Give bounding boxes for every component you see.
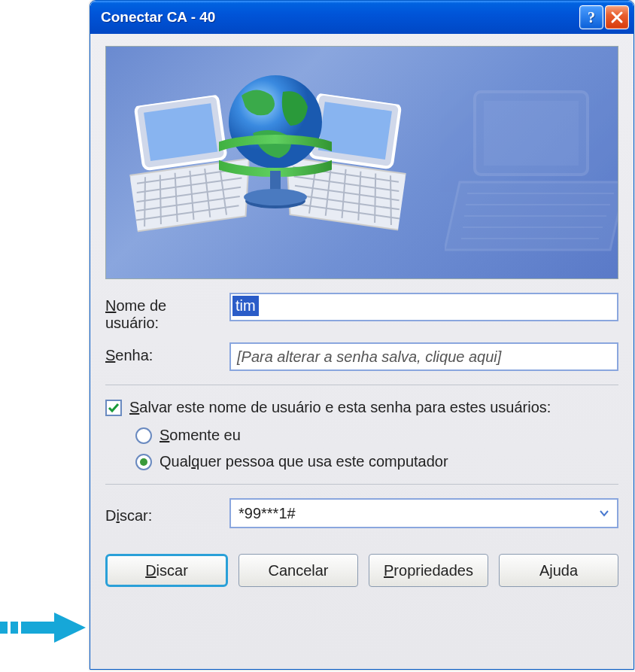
anyone-radio-row: Qualquer pessoa que usa este computador	[135, 453, 618, 470]
only-me-radio-row: Somente eu	[135, 427, 618, 444]
username-row: Nome deusuário: tim	[105, 293, 618, 332]
chevron-down-icon[interactable]	[594, 503, 614, 523]
svg-rect-40	[21, 622, 54, 634]
svg-rect-1	[484, 101, 579, 166]
svg-marker-41	[54, 613, 86, 643]
svg-rect-38	[0, 622, 8, 634]
save-credentials-checkbox-row: Salvar este nome de usuário e esta senha…	[105, 399, 618, 416]
save-credentials-checkbox[interactable]	[105, 400, 122, 416]
arrow-right-icon	[0, 610, 89, 646]
username-label: Nome deusuário:	[105, 293, 229, 332]
help-button[interactable]: Ajuda	[499, 554, 618, 587]
only-me-label: Somente eu	[160, 427, 241, 444]
username-input[interactable]: tim	[229, 293, 618, 321]
anyone-radio[interactable]	[135, 454, 152, 470]
button-row: Discar Cancelar Propriedades Ajuda	[105, 554, 618, 587]
dial-row: Discar: *99***1#	[105, 498, 618, 528]
dialog-content: Nome deusuário: tim Senha: [Para alterar…	[90, 34, 633, 602]
globe-icon	[219, 69, 332, 227]
separator-1	[105, 385, 618, 385]
window-title: Conectar CA - 40	[101, 9, 579, 26]
arrow-annotation	[0, 610, 89, 646]
svg-rect-8	[144, 103, 217, 161]
titlebar-buttons: ?	[579, 5, 629, 29]
anyone-label: Qualquer pessoa que usa este computador	[160, 453, 448, 470]
dialog-window: Conectar CA - 40 ?	[90, 0, 634, 670]
close-icon	[610, 11, 624, 24]
only-me-radio[interactable]	[135, 427, 152, 444]
close-button[interactable]	[605, 5, 629, 29]
separator-2	[105, 484, 618, 485]
save-credentials-label: Salvar este nome de usuário e esta senha…	[129, 399, 551, 416]
user-scope-radio-group: Somente eu Qualquer pessoa que usa este …	[135, 427, 618, 470]
password-label: Senha:	[105, 342, 229, 364]
help-title-button[interactable]: ?	[579, 5, 603, 29]
dial-button[interactable]: Discar	[105, 554, 228, 587]
check-icon	[108, 402, 120, 414]
titlebar: Conectar CA - 40 ?	[90, 1, 633, 34]
dial-label: Discar:	[105, 503, 229, 525]
svg-point-37	[244, 189, 307, 205]
banner-image	[105, 46, 618, 279]
dial-combo[interactable]: *99***1#	[229, 498, 618, 528]
cancel-button[interactable]: Cancelar	[239, 554, 358, 587]
bg-laptop-icon	[445, 77, 618, 272]
password-row: Senha: [Para alterar a senha salva, cliq…	[105, 342, 618, 371]
password-input[interactable]: [Para alterar a senha salva, clique aqui…	[229, 342, 618, 371]
properties-button[interactable]: Propriedades	[369, 554, 488, 587]
form-area: Nome deusuário: tim Senha: [Para alterar…	[105, 293, 618, 587]
svg-rect-39	[11, 622, 18, 634]
